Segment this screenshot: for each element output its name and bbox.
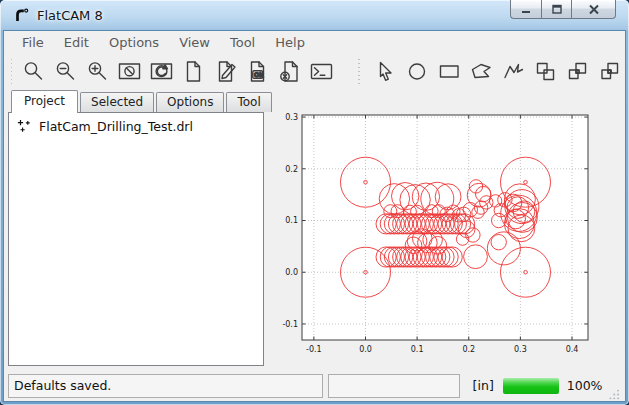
intersection-button[interactable] [561,57,593,87]
draw-polygon-button[interactable] [465,57,497,87]
maximize-button[interactable] [541,0,571,19]
progress-bar [503,378,559,394]
menubar: File Edit Options View Tool Help [4,31,625,54]
draw-rectangle-button[interactable] [433,57,465,87]
close-icon [588,4,600,15]
select-icon [374,60,397,83]
new-file-icon [182,60,205,83]
zoom-fit-icon [22,60,45,83]
zoom-in-button[interactable] [81,57,113,87]
select-button[interactable] [369,57,401,87]
svg-text:0.4: 0.4 [566,345,579,354]
window-controls [510,0,616,19]
clear-plot-button[interactable] [113,57,145,87]
menu-tool[interactable]: Tool [220,32,265,53]
draw-path-icon [502,60,525,83]
svg-text:-0.1: -0.1 [306,345,322,354]
project-tree[interactable]: FlatCam_Drilling_Test.drl [8,112,264,366]
status-secondary-panel [328,374,460,398]
toolbar: Ok [4,54,625,89]
left-panel: Project Selected Options Tool FlatCam_Dr… [8,90,264,366]
svg-text:0.0: 0.0 [359,345,372,354]
union-icon [534,60,557,83]
close-button[interactable] [571,0,616,19]
status-message-panel: Defaults saved. [8,374,323,398]
svg-text:Ok: Ok [254,71,264,78]
menu-help[interactable]: Help [265,32,315,53]
tab-selected[interactable]: Selected [80,92,154,112]
draw-rectangle-icon [438,60,461,83]
plot-toolbar-group: Ok [17,57,337,87]
statusbar: Defaults saved. [in] 100% [4,370,625,401]
draw-circle-icon [406,60,429,83]
svg-text:0.1: 0.1 [285,216,298,225]
progress-bar-fill [503,378,559,394]
toolbar-drag-handle[interactable] [10,59,12,85]
tab-tool[interactable]: Tool [226,92,271,112]
intersection-icon [566,60,589,83]
shell-icon [310,60,333,83]
plot-canvas[interactable]: -0.10.00.10.20.30.4-0.10.00.10.20.3 [268,90,624,366]
titlebar[interactable]: FlatCAM 8 [0,0,629,31]
subtraction-icon [598,60,621,83]
minimize-icon [520,4,532,14]
shell-button[interactable] [305,57,337,87]
geometry-buttons [369,57,625,87]
tab-project[interactable]: Project [11,90,78,113]
replot-button[interactable] [145,57,177,87]
zoom-in-icon [86,60,109,83]
menu-options[interactable]: Options [99,32,169,53]
window-title: FlatCAM 8 [37,8,103,23]
replot-icon [150,60,173,83]
svg-text:0.3: 0.3 [514,345,527,354]
menu-file[interactable]: File [12,32,54,53]
svg-text:-0.1: -0.1 [282,320,298,329]
svg-text:0.3: 0.3 [285,113,298,122]
menu-edit[interactable]: Edit [54,32,99,53]
run-script-icon: Ok [246,60,269,83]
subtraction-button[interactable] [593,57,625,87]
status-message: Defaults saved. [14,378,111,393]
tree-item-label: FlatCam_Drilling_Test.drl [39,119,193,134]
new-file-button[interactable] [177,57,209,87]
tree-item-drill-object[interactable]: FlatCam_Drilling_Test.drl [9,113,263,134]
resize-grip[interactable] [607,387,621,401]
zoom-fit-button[interactable] [17,57,49,87]
progress-percent-label: 100% [567,378,603,393]
clear-plot-icon [118,60,141,83]
toolbar-drag-handle[interactable] [357,59,362,85]
zoom-out-button[interactable] [49,57,81,87]
svg-text:0.2: 0.2 [285,165,298,174]
menu-view[interactable]: View [169,32,220,53]
drill-object-icon [17,119,32,134]
tab-options[interactable]: Options [156,92,224,112]
minimize-button[interactable] [510,0,541,19]
svg-text:0.1: 0.1 [411,345,424,354]
client-area: File Edit Options View Tool Help Ok Proj… [4,31,625,401]
flatcam-logo-icon [13,7,30,24]
svg-text:0.2: 0.2 [462,345,475,354]
draw-circle-button[interactable] [401,57,433,87]
tab-bar: Project Selected Options Tool [8,90,264,112]
open-file-button[interactable] [209,57,241,87]
app-window: FlatCAM 8 File Edit Options View Tool He… [0,0,629,405]
draw-path-button[interactable] [497,57,529,87]
units-indicator: [in] [473,378,494,393]
zoom-out-icon [54,60,77,83]
delete-object-button[interactable] [273,57,305,87]
union-button[interactable] [529,57,561,87]
open-file-icon [214,60,237,83]
svg-text:0.0: 0.0 [285,268,298,277]
geometry-toolbar-group [351,57,625,87]
delete-object-icon [278,60,301,83]
draw-polygon-icon [470,60,493,83]
run-script-button[interactable]: Ok [241,57,273,87]
maximize-icon [551,4,563,15]
